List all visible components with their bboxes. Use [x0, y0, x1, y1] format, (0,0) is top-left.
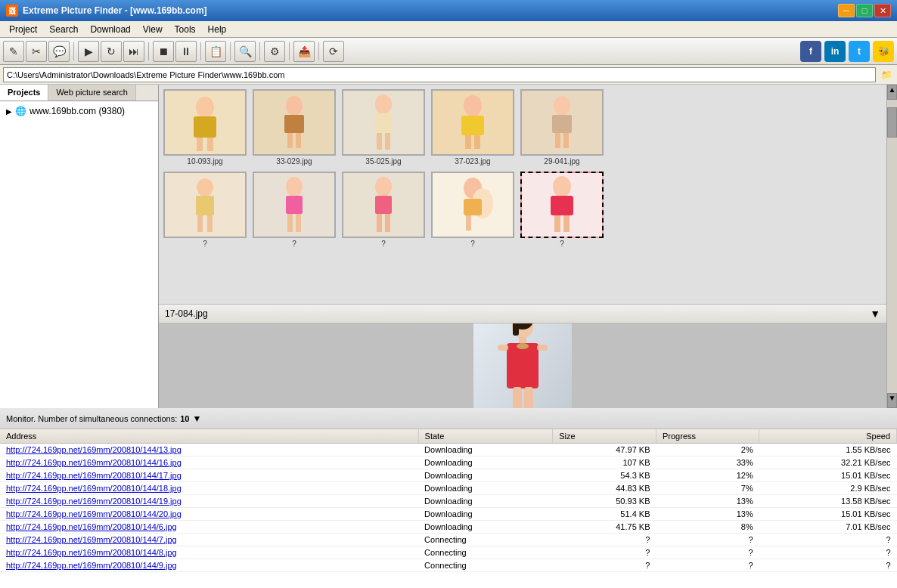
svg-rect-56: [507, 343, 539, 388]
thumb-item-2[interactable]: 33-029.jpg: [253, 89, 336, 166]
cell-state: Downloading: [418, 495, 553, 508]
thumb-item-9[interactable]: ?: [431, 172, 514, 248]
toolbar-edit[interactable]: ✂: [26, 41, 47, 62]
table-row[interactable]: http://724.169pp.net/169mm/200810/144/8.…: [0, 546, 897, 559]
menu-search[interactable]: Search: [43, 23, 84, 36]
svg-rect-28: [197, 215, 203, 232]
vertical-scrollbar[interactable]: ▲ ▼: [886, 85, 897, 408]
toolbar-skip[interactable]: ⏭: [123, 41, 144, 62]
thumb-item-10[interactable]: ?: [520, 172, 604, 248]
thumbnail-row-1: 10-093.jpg 33-029.jpg: [162, 88, 883, 167]
twitter-button[interactable]: t: [849, 41, 870, 62]
download-link[interactable]: http://724.169pp.net/169mm/200810/144/17…: [6, 471, 182, 480]
cell-state: Downloading: [418, 508, 553, 521]
address-input[interactable]: [3, 67, 876, 82]
menu-download[interactable]: Download: [84, 23, 136, 36]
download-link[interactable]: http://724.169pp.net/169mm/200810/144/9.…: [6, 561, 177, 570]
cell-state: Downloading: [418, 444, 553, 456]
cell-address: http://724.169pp.net/169mm/200810/144/17…: [0, 469, 418, 482]
svg-rect-37: [375, 196, 392, 214]
download-link[interactable]: http://724.169pp.net/169mm/200810/144/16…: [6, 458, 182, 467]
toolbar-pause[interactable]: ⏸: [175, 41, 197, 62]
cell-progress: 12%: [656, 469, 759, 482]
scroll-down[interactable]: ▼: [887, 393, 897, 408]
toolbar-play[interactable]: ▶: [78, 41, 99, 62]
app-icon: 🖼: [6, 5, 18, 17]
close-button[interactable]: ✕: [874, 4, 891, 17]
download-link[interactable]: http://724.169pp.net/169mm/200810/144/13…: [6, 445, 182, 454]
toolbar-export[interactable]: 📤: [293, 41, 315, 62]
facebook-button[interactable]: f: [800, 41, 821, 62]
download-link[interactable]: http://724.169pp.net/169mm/200810/144/6.…: [6, 522, 177, 531]
toolbar-search[interactable]: 🔍: [234, 41, 256, 62]
toolbar-stop[interactable]: ⏹: [153, 41, 174, 62]
folder-icon-button[interactable]: 📁: [879, 67, 894, 82]
tab-web-picture-search[interactable]: Web picture search: [48, 85, 136, 101]
table-row[interactable]: http://724.169pp.net/169mm/200810/144/20…: [0, 508, 897, 521]
download-link[interactable]: http://724.169pp.net/169mm/200810/144/19…: [6, 497, 182, 506]
col-header-address[interactable]: Address: [0, 429, 418, 444]
tab-projects[interactable]: Projects: [0, 85, 48, 101]
toolbar-settings[interactable]: ⚙: [264, 41, 285, 62]
table-row[interactable]: http://724.169pp.net/169mm/200810/144/9.…: [0, 559, 897, 572]
toolbar: ✎ ✂ 💬 ▶ ↻ ⏭ ⏹ ⏸ 📋 🔍 ⚙ 📤 ⟳ f in t 🐝: [0, 38, 897, 65]
col-header-size[interactable]: Size: [553, 429, 656, 444]
monitor-bar: Monitor. Number of simultaneous connecti…: [0, 408, 897, 429]
thumb-item-5[interactable]: 29-041.jpg: [520, 89, 604, 166]
col-header-speed[interactable]: Speed: [759, 429, 897, 444]
thumb-item-6[interactable]: ?: [163, 172, 247, 248]
menu-project[interactable]: Project: [3, 23, 43, 36]
linkedin-button[interactable]: in: [824, 41, 846, 62]
thumb-item-7[interactable]: ?: [253, 172, 336, 248]
scroll-up[interactable]: ▲: [887, 85, 897, 100]
svg-rect-39: [385, 214, 390, 232]
col-header-progress[interactable]: Progress: [656, 429, 759, 444]
monitor-dropdown-icon[interactable]: ▼: [192, 413, 201, 424]
menu-view[interactable]: View: [137, 23, 169, 36]
table-row[interactable]: http://724.169pp.net/169mm/200810/144/17…: [0, 469, 897, 482]
col-header-state[interactable]: State: [418, 429, 553, 444]
tree-item-root[interactable]: ▶ 🌐 www.169bb.com (9380): [3, 104, 155, 118]
thumbnail-row-2: ? ?: [162, 170, 883, 249]
download-link[interactable]: http://724.169pp.net/169mm/200810/144/20…: [6, 509, 182, 518]
maximize-button[interactable]: □: [856, 4, 873, 17]
cell-speed: ?: [759, 546, 897, 559]
menu-help[interactable]: Help: [202, 23, 233, 36]
download-link[interactable]: http://724.169pp.net/169mm/200810/144/8.…: [6, 548, 177, 557]
menu-tools[interactable]: Tools: [169, 23, 202, 36]
svg-point-26: [197, 178, 213, 197]
svg-point-21: [554, 96, 570, 116]
svg-rect-61: [524, 387, 533, 408]
preview-dropdown-icon[interactable]: ▼: [870, 308, 880, 320]
toolbar-clipboard[interactable]: 📋: [205, 41, 226, 62]
table-row[interactable]: http://724.169pp.net/169mm/200810/144/19…: [0, 495, 897, 508]
cell-address: http://724.169pp.net/169mm/200810/144/20…: [0, 508, 418, 521]
table-row[interactable]: http://724.169pp.net/169mm/200810/144/7.…: [0, 534, 897, 546]
scroll-thumb[interactable]: [887, 107, 897, 138]
thumb-item-4[interactable]: 37-023.jpg: [431, 89, 514, 166]
tree-folder-icon: 🌐: [15, 106, 26, 116]
table-row[interactable]: http://724.169pp.net/169mm/200810/144/16…: [0, 456, 897, 469]
cell-speed: 13.58 KB/sec: [759, 495, 897, 508]
cell-progress: ?: [656, 546, 759, 559]
cell-address: http://724.169pp.net/169mm/200810/144/13…: [0, 444, 418, 456]
table-row[interactable]: http://724.169pp.net/169mm/200810/144/18…: [0, 482, 897, 495]
social-buttons: f in t 🐝: [800, 41, 894, 62]
toolbar-new[interactable]: ✎: [3, 41, 24, 62]
minimize-button[interactable]: ─: [838, 4, 855, 17]
cell-address: http://724.169pp.net/169mm/200810/144/7.…: [0, 534, 418, 546]
thumb-item-1[interactable]: 10-093.jpg: [163, 89, 247, 166]
cell-progress: 7%: [656, 482, 759, 495]
toolbar-properties[interactable]: 💬: [48, 41, 70, 62]
download-link[interactable]: http://724.169pp.net/169mm/200810/144/7.…: [6, 535, 177, 544]
download-link[interactable]: http://724.169pp.net/169mm/200810/144/18…: [6, 484, 182, 493]
thumb-item-8[interactable]: ?: [342, 172, 425, 248]
table-row[interactable]: http://724.169pp.net/169mm/200810/144/6.…: [0, 521, 897, 534]
thumb-label-5: 29-041.jpg: [544, 157, 579, 166]
table-row[interactable]: http://724.169pp.net/169mm/200810/144/13…: [0, 444, 897, 456]
toolbar-refresh2[interactable]: ⟳: [323, 41, 344, 62]
toolbar-refresh[interactable]: ↻: [101, 41, 122, 62]
bee-button[interactable]: 🐝: [873, 41, 894, 62]
thumb-label-7: ?: [292, 240, 296, 248]
thumb-item-3[interactable]: 35-025.jpg: [342, 89, 425, 166]
